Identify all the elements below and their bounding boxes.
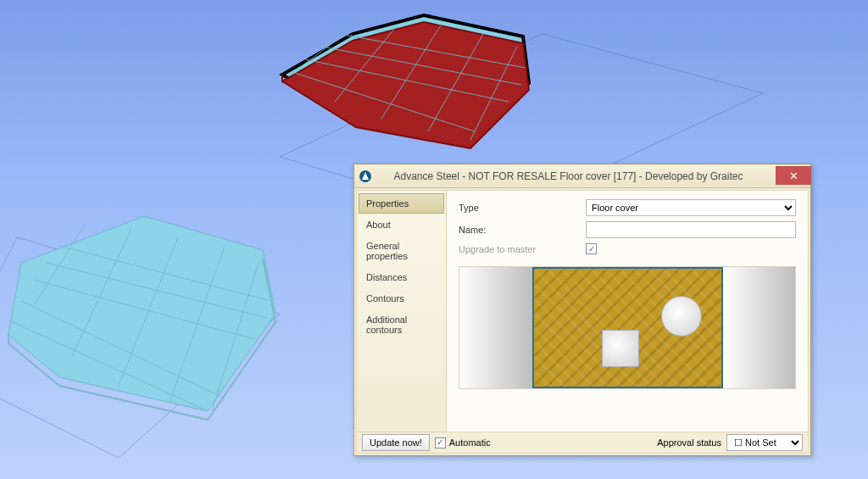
sidebar-item-distances[interactable]: Distances — [359, 267, 444, 287]
sidebar-item-general-properties[interactable]: General properties — [359, 236, 444, 266]
close-icon: ✕ — [789, 170, 798, 182]
dialog-sidebar: Properties About General properties Dist… — [357, 191, 447, 432]
type-select[interactable]: Floor cover — [586, 199, 796, 216]
dialog-footer: Update now! ✓ Automatic Approval status … — [356, 432, 809, 454]
sidebar-item-additional-contours[interactable]: Additional contours — [359, 309, 444, 340]
upgrade-to-master-checkbox[interactable]: ✓ — [586, 243, 597, 254]
sidebar-item-contours[interactable]: Contours — [359, 288, 444, 309]
title-bar[interactable]: Advance Steel - NOT FOR RESALE Floor cov… — [354, 164, 810, 188]
floor-cover-top[interactable] — [282, 15, 529, 148]
automatic-checkbox[interactable]: ✓ Automatic — [435, 437, 491, 448]
approval-status-label: Approval status — [657, 437, 721, 448]
approval-status-group: Approval status ☐ Not Set — [657, 434, 803, 451]
properties-dialog: Advance Steel - NOT FOR RESALE Floor cov… — [353, 164, 811, 456]
close-button[interactable]: ✕ — [776, 166, 811, 185]
check-icon: ✓ — [437, 438, 443, 447]
preview-gradient-left — [459, 267, 532, 388]
type-label: Type — [459, 203, 586, 213]
automatic-label: Automatic — [449, 437, 491, 448]
preview-floor-cover — [532, 267, 723, 388]
sidebar-item-about[interactable]: About — [359, 214, 444, 235]
app-icon — [358, 169, 373, 184]
check-icon: ✓ — [588, 245, 595, 253]
upgrade-label: Upgrade to master — [459, 244, 586, 254]
dialog-body: Properties About General properties Dist… — [356, 190, 809, 433]
name-label: Name: — [459, 225, 586, 235]
preview-area — [459, 266, 796, 389]
properties-panel: Type Floor cover Name: Upgrade to master… — [447, 191, 808, 432]
dialog-title: Advance Steel - NOT FOR RESALE Floor cov… — [378, 170, 776, 182]
update-now-button[interactable]: Update now! — [362, 434, 430, 451]
preview-gradient-right — [723, 267, 796, 388]
approval-status-select[interactable]: ☐ Not Set — [726, 434, 803, 451]
name-input[interactable] — [586, 221, 796, 238]
sidebar-item-properties[interactable]: Properties — [359, 193, 444, 214]
preview-circle-cutout — [661, 296, 702, 337]
preview-square-cutout — [602, 330, 639, 367]
